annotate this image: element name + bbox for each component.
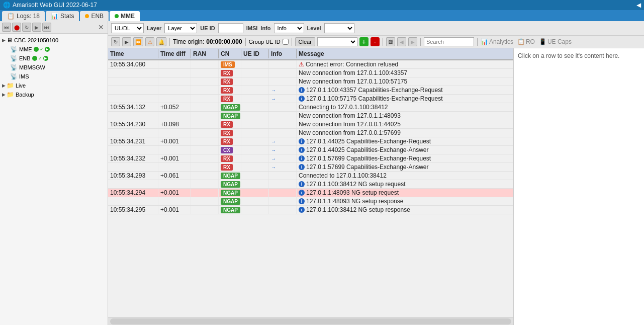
sidebar-prev-btn[interactable]: ⏮ xyxy=(2,23,11,32)
ul-dl-select[interactable]: UL/DLULDL xyxy=(111,23,144,33)
search-input[interactable] xyxy=(424,37,474,46)
cell-ran xyxy=(191,197,219,205)
mme-play[interactable]: ▶ xyxy=(45,47,50,52)
add-filter-button[interactable]: + xyxy=(359,37,369,46)
col-ue-id: UE ID xyxy=(241,49,269,58)
sidebar-item-mme[interactable]: 📡 MME ✓ ▶ xyxy=(0,45,108,54)
separator-6 xyxy=(477,38,478,46)
sidebar-stop-btn[interactable]: ⬤ xyxy=(12,23,21,32)
table-row[interactable]: NGAPi127.0.1.100:38412 NG setup request xyxy=(108,180,513,189)
sidebar-close-btn[interactable]: ✕ xyxy=(97,23,106,32)
level-label: Level xyxy=(307,25,321,31)
cell-time xyxy=(108,197,158,205)
info-icon: i xyxy=(299,164,305,170)
forward-btn[interactable]: ▶ xyxy=(122,37,131,46)
right-btn[interactable]: ▶ xyxy=(408,37,417,46)
cell-ran xyxy=(191,206,219,214)
cell-ue-id xyxy=(241,69,269,77)
sidebar-play-btn[interactable]: ▶ xyxy=(32,23,41,32)
arrow-icon: → xyxy=(271,165,276,170)
table-row[interactable]: 10:55:34.293+0.061NGAPConnected to 127.0… xyxy=(108,172,513,180)
layer-select[interactable]: Layer xyxy=(164,23,197,33)
table-row[interactable]: 10:55:34.230+0.098RXNew connection from … xyxy=(108,120,513,129)
table-row[interactable]: RX→i127.0.1.57699 Capabilities-Exchange-… xyxy=(108,163,513,172)
table-row[interactable]: RXNew connection from 127.0.0.1:57699 xyxy=(108,129,513,137)
sidebar-item-mbmsgw[interactable]: 📡 MBMSGW xyxy=(0,63,108,72)
cbc-icon: 🖥 xyxy=(7,37,13,44)
cell-ran xyxy=(191,112,219,120)
analytics-btn[interactable]: 📊 Analytics xyxy=(481,38,513,45)
filter-dropdown[interactable] xyxy=(317,37,357,46)
col-ran: RAN xyxy=(191,49,219,58)
cell-message: i127.0.1.57699 Capabilities-Exchange-Req… xyxy=(297,154,513,162)
cbc-arrow[interactable]: ▶ xyxy=(2,38,6,43)
cell-ran xyxy=(191,146,219,154)
tab-logs[interactable]: 📋 Logs: 18 xyxy=(2,11,45,21)
time-origin-value: 00:00:00.000 xyxy=(206,38,242,45)
ue-caps-btn[interactable]: 📱 UE Caps xyxy=(539,38,572,45)
warning-btn[interactable]: ⚠ xyxy=(145,37,154,46)
cell-cn: NGAP xyxy=(219,197,241,205)
cell-message: i127.0.1.44025 Capabilities-Exchange-Req… xyxy=(297,137,513,145)
info-icon: i xyxy=(299,198,305,204)
tab-mme[interactable]: MME xyxy=(110,11,140,21)
log-table-header: Time Time diff RAN CN UE ID Info Message xyxy=(108,48,513,60)
cell-ue-id xyxy=(241,206,269,214)
sidebar-refresh-btn[interactable]: ↻ xyxy=(22,23,31,32)
live-arrow[interactable]: ▶ xyxy=(2,83,6,88)
table-row[interactable]: 10:55:34.132+0.052NGAPConnecting to 127.… xyxy=(108,103,513,112)
back-icon[interactable]: ◀ xyxy=(636,2,641,9)
left-btn[interactable]: ◀ xyxy=(397,37,406,46)
cell-cn: RX xyxy=(219,86,241,94)
sidebar-item-backup[interactable]: ▶ 📁 Backup xyxy=(0,90,108,99)
group-ue-id-checkbox[interactable] xyxy=(283,39,289,45)
refresh-btn[interactable]: ↻ xyxy=(111,37,120,46)
table-row[interactable]: RXNew connection from 127.0.1.100:43357 xyxy=(108,69,513,77)
table-row[interactable]: NGAPi127.0.1.1:48093 NG setup response xyxy=(108,197,513,206)
table-row[interactable]: RX→i127.0.1.100:57175 Capabilities-Excha… xyxy=(108,95,513,103)
sidebar-item-enb[interactable]: 📡 ENB ✓ ▶ xyxy=(0,54,108,63)
ro-btn[interactable]: 📋 RO xyxy=(517,38,535,45)
table-row[interactable]: 10:55:34.295+0.001NGAPi127.0.1.100:38412… xyxy=(108,206,513,214)
table-row[interactable]: RX→i127.0.1.100:43357 Capabilities-Excha… xyxy=(108,86,513,95)
tab-enb[interactable]: ENB xyxy=(80,11,109,21)
sidebar-next-btn[interactable]: ⏭ xyxy=(42,23,51,32)
cell-time-diff: +0.098 xyxy=(158,120,191,128)
cell-time-diff: +0.001 xyxy=(158,137,191,145)
cell-info xyxy=(269,103,297,111)
cell-time-diff: +0.061 xyxy=(158,172,191,180)
sidebar-item-ims[interactable]: 📡 IMS xyxy=(0,72,108,81)
sidebar-item-live[interactable]: ▶ 📁 Live xyxy=(0,81,108,90)
backup-arrow[interactable]: ▶ xyxy=(2,92,6,97)
error-icon: ⚠ xyxy=(299,61,304,68)
tab-stats[interactable]: 📊 Stats xyxy=(46,11,79,21)
table-row[interactable]: RXNew connection from 127.0.1.100:57175 xyxy=(108,77,513,86)
table-row[interactable]: 10:55:34.294+0.001NGAPi127.0.1.1:48093 N… xyxy=(108,189,513,197)
table-row[interactable]: CX→i127.0.1.44025 Capabilities-Exchange-… xyxy=(108,146,513,154)
info-select[interactable]: Info xyxy=(274,23,304,33)
cell-info xyxy=(269,197,297,205)
separator-5 xyxy=(420,38,421,46)
app-title: Amarisoft Web GUI 2022-06-17 xyxy=(13,2,97,9)
cell-ue-id xyxy=(241,129,269,137)
remove-filter-button[interactable]: - xyxy=(371,37,380,46)
level-select[interactable] xyxy=(324,23,354,33)
cell-ue-id xyxy=(241,120,269,128)
alert-btn[interactable]: 🔔 xyxy=(156,37,166,46)
table-row[interactable]: NGAPNew connection from 127.0.1.1:48093 xyxy=(108,112,513,120)
table-row[interactable]: 10:55:34.080IMS⚠Connect error: Connectio… xyxy=(108,60,513,69)
cell-time: 10:55:34.232 xyxy=(108,154,158,162)
table-row[interactable]: 10:55:34.231+0.001RX→i127.0.1.44025 Capa… xyxy=(108,137,513,146)
image-btn[interactable]: 🖼 xyxy=(386,37,395,46)
scroll-track[interactable] xyxy=(110,318,511,324)
right-panel: UL/DLULDL Layer Layer UE ID IMSI Info In… xyxy=(108,21,644,325)
sidebar-item-cbc[interactable]: ▶ 🖥 CBC-2021050100 xyxy=(0,36,108,45)
enb-play[interactable]: ▶ xyxy=(43,56,48,61)
fast-forward-btn[interactable]: ⏩ xyxy=(133,37,143,46)
bottom-scrollbar[interactable] xyxy=(108,317,513,325)
ue-id-input[interactable] xyxy=(218,23,243,33)
cell-info xyxy=(269,129,297,137)
clear-button[interactable]: Clear xyxy=(295,37,315,46)
cell-message: i127.0.1.1:48093 NG setup request xyxy=(297,189,513,197)
table-row[interactable]: 10:55:34.232+0.001RX→i127.0.1.57699 Capa… xyxy=(108,154,513,163)
